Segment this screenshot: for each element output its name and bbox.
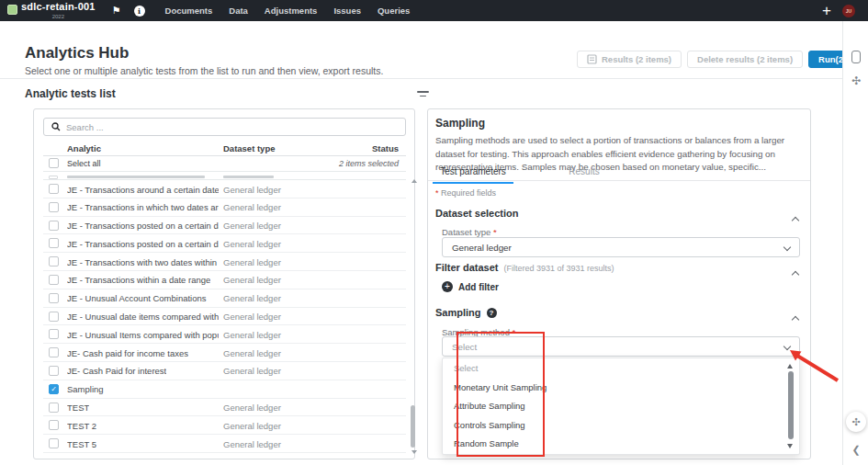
sampling-method-value: Select [452, 342, 784, 352]
analytic-name: Sampling [67, 384, 104, 394]
dataset-type-value: General ledger [223, 221, 281, 231]
table-row[interactable]: ✓Sampling [43, 380, 406, 399]
row-checkbox[interactable] [49, 438, 59, 448]
col-dataset-type[interactable]: Dataset type [223, 143, 276, 153]
row-checkbox[interactable] [49, 403, 59, 413]
row-checkbox[interactable] [49, 275, 59, 285]
collapse-panel-icon[interactable]: ❮ [843, 444, 868, 456]
dataset-type-select[interactable]: General ledger [442, 237, 800, 257]
row-checkbox[interactable] [49, 312, 59, 322]
table-row[interactable]: JE - Transactions posted on a certain da… [43, 234, 406, 253]
table-row[interactable]: JE - Transactions with two dates within … [43, 253, 406, 271]
help-icon[interactable]: ? [487, 308, 497, 318]
list-scroll-up-arrow[interactable] [411, 179, 417, 183]
device-icon[interactable] [843, 51, 868, 67]
dropdown-option-controls-sampling[interactable]: Controls Sampling [443, 415, 799, 435]
table-header: Analytic Dataset type Status [43, 141, 406, 156]
menu-item-adjustments[interactable]: Adjustments [265, 6, 318, 16]
sampling-collapse-icon[interactable] [793, 310, 798, 326]
analytic-name: TEST [67, 403, 89, 413]
table-row[interactable]: JE - Transactions in which two dates are… [43, 198, 406, 217]
row-checkbox[interactable] [49, 366, 59, 376]
row-checkbox[interactable] [49, 347, 59, 357]
dataset-selection-heading: Dataset selection [435, 208, 518, 219]
results-button[interactable]: Results (2 items) [577, 51, 682, 68]
menu-item-queries[interactable]: Queries [378, 6, 410, 16]
table-row[interactable]: JE - Unusual Items compared with populat… [43, 325, 406, 344]
delete-results-button[interactable]: Delete results (2 items) [687, 51, 803, 68]
analytic-name: JE- Cash paid for income taxes [67, 348, 188, 358]
table-row[interactable]: TEST 2General ledger [43, 416, 406, 435]
list-scroll-down-arrow[interactable] [411, 450, 417, 454]
filter-dataset-collapse-icon[interactable] [793, 265, 798, 281]
add-icon[interactable]: + [822, 2, 831, 20]
menu-item-data[interactable]: Data [229, 6, 248, 16]
analytic-name: JE - Unusual Account Combinations [67, 293, 207, 303]
info-icon[interactable]: i [134, 6, 145, 17]
assistant-button[interactable]: ✣ [846, 412, 866, 432]
table-row[interactable]: TESTGeneral ledger [43, 399, 406, 417]
dropdown-option-select[interactable]: Select [443, 358, 799, 378]
row-checkbox[interactable] [49, 221, 59, 231]
row-checkbox[interactable] [49, 184, 59, 194]
dataset-type-value: General ledger [223, 312, 281, 322]
dropdown-scroll-up-arrow[interactable] [787, 364, 793, 369]
table-rows: JE - Transactions around a certain dateG… [43, 180, 406, 453]
select-all-checkbox[interactable] [49, 158, 59, 168]
filter-icon[interactable] [417, 91, 429, 100]
col-status[interactable]: Status [372, 143, 399, 153]
search-input[interactable] [66, 122, 398, 132]
right-rail: ✣ ✣ ❮ [842, 21, 868, 465]
page-subtitle: Select one or multiple analytic tests fr… [25, 65, 383, 76]
row-checkbox[interactable] [49, 293, 59, 303]
dropdown-option-monetary-unit-sampling[interactable]: Monetary Unit Sampling [443, 378, 799, 397]
analytic-name: JE - Transactions posted on a certain da… [67, 221, 219, 231]
header-actions: Results (2 items) Delete results (2 item… [577, 51, 868, 68]
search-icon [51, 122, 61, 131]
tabs-divider [428, 180, 810, 181]
add-filter-label: Add filter [458, 282, 499, 292]
table-row[interactable]: JE - Unusual Account CombinationsGeneral… [43, 289, 406, 308]
partially-scrolled-row [43, 172, 406, 180]
row-checkbox[interactable] [49, 202, 59, 212]
list-scrollbar[interactable] [411, 405, 415, 448]
project-year: 2022 [52, 14, 64, 19]
analytic-name: JE - Transactions with two dates within … [67, 257, 219, 267]
row-checkbox[interactable] [49, 329, 59, 339]
topbar: sdlc-retain-001 2022 ⚑ i DocumentsDataAd… [0, 0, 868, 21]
row-checkbox[interactable] [49, 420, 59, 430]
avatar[interactable]: JU [842, 5, 855, 17]
dropdown-scroll-down-arrow[interactable] [787, 444, 793, 448]
table-row[interactable]: TEST 5General ledger [43, 435, 406, 453]
row-checkbox[interactable]: ✓ [49, 384, 59, 394]
table-row[interactable]: JE- Cash paid for income taxesGeneral le… [43, 344, 406, 362]
dropdown-scrollbar[interactable] [788, 371, 794, 439]
add-filter-button[interactable]: + Add filter [442, 281, 499, 292]
analytic-name: JE - Transactions posted on a certain da… [67, 239, 219, 249]
dataset-type-value: General ledger [223, 439, 281, 449]
row-checkbox[interactable] [49, 256, 59, 267]
add-filter-icon: + [442, 281, 453, 292]
analytic-name: TEST 5 [67, 439, 96, 449]
project-title: sdlc-retain-001 2022 [21, 2, 96, 19]
dropdown-option-random-sample[interactable]: Random Sample [443, 434, 799, 453]
dropdown-option-attribute-sampling[interactable]: Attribute Sampling [443, 396, 799, 415]
table-row[interactable]: JE - Transactions within a date rangeGen… [43, 271, 406, 289]
project-switcher[interactable]: sdlc-retain-001 2022 [7, 2, 96, 19]
menu-item-documents[interactable]: Documents [165, 6, 213, 16]
dataset-type-value: General ledger [223, 330, 281, 340]
table-row[interactable]: JE - Transactions around a certain dateG… [43, 180, 406, 198]
flag-icon[interactable]: ⚑ [112, 0, 121, 21]
puzzle-icon[interactable]: ✣ [843, 74, 868, 87]
table-row[interactable]: JE - Transactions posted on a certain da… [43, 217, 406, 235]
row-checkbox[interactable] [49, 238, 59, 248]
table-row[interactable]: JE - Unusual date items compared with po… [43, 308, 406, 326]
sampling-method-select[interactable]: Select [442, 336, 800, 357]
col-analytic[interactable]: Analytic [67, 143, 101, 153]
sampling-detail-panel: Sampling Sampling methods are used to se… [427, 108, 811, 459]
dataset-type-value: General ledger [223, 185, 281, 195]
menu-item-issues[interactable]: Issues [333, 6, 361, 16]
dataset-type-value: General ledger [223, 202, 281, 212]
dataset-selection-collapse-icon[interactable] [793, 210, 798, 227]
table-row[interactable]: JE- Cash Paid for interestGeneral ledger [43, 362, 406, 380]
